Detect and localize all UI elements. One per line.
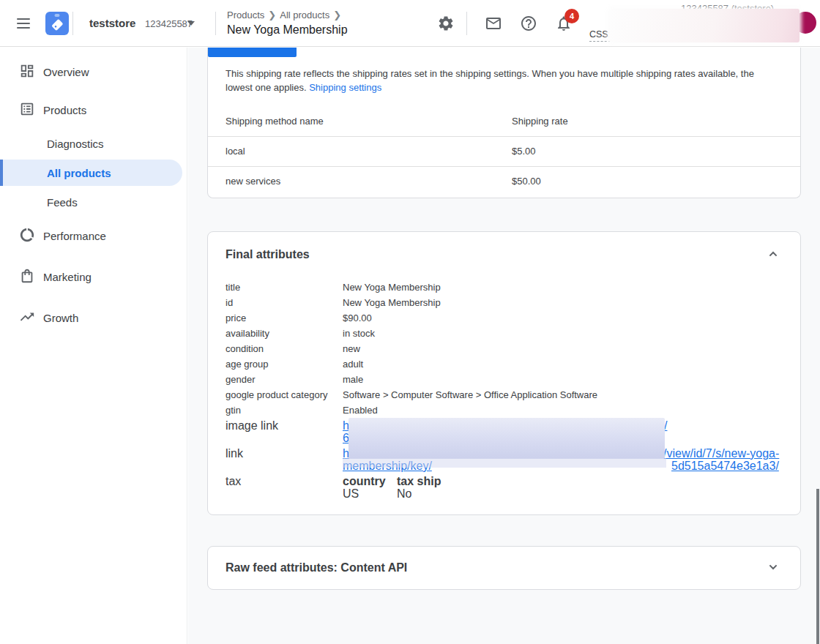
attr-label: gtin: [225, 404, 343, 416]
top-app-bar: teststore 123425587 Products ❯ All produ…: [0, 0, 820, 47]
breadcrumb: Products ❯ All products ❯: [227, 10, 341, 20]
store-name[interactable]: teststore: [89, 17, 135, 29]
sidebar-item-overview[interactable]: Overview: [0, 57, 187, 86]
attr-value: New Yoga Membership: [343, 296, 441, 309]
sidebar-item-label: Overview: [43, 66, 89, 78]
sidebar-item-all-products[interactable]: All products: [0, 160, 182, 186]
list-alt-icon: [19, 101, 37, 119]
attr-label: title: [225, 281, 343, 293]
help-icon[interactable]: [520, 15, 537, 32]
sidebar-item-label: Products: [43, 104, 86, 116]
attr-value: adult: [343, 358, 363, 370]
page-title: New Yoga Membership: [227, 23, 348, 37]
divider: [215, 12, 216, 35]
divider: [466, 12, 467, 35]
shipping-method-cell: local: [208, 136, 494, 166]
breadcrumb-products[interactable]: Products: [227, 10, 264, 20]
attr-value: New Yoga Membership: [343, 281, 441, 293]
chevron-right-icon: ❯: [333, 10, 341, 20]
attr-label: link: [225, 447, 343, 472]
store-switcher-caret-icon[interactable]: [187, 21, 195, 26]
attr-row-image-link: image link h / 6: [225, 419, 783, 444]
sidebar-item-label: Performance: [43, 230, 106, 242]
tax-country-header: country: [343, 475, 397, 487]
attr-value: in stock: [343, 327, 375, 340]
shipping-info-body: This shipping rate reflects the shipping…: [225, 68, 754, 93]
shipping-rates-table: Shipping method name Shipping rate local…: [208, 107, 800, 198]
redaction-blur: [609, 9, 800, 42]
sidebar-item-label: All products: [47, 167, 111, 179]
attr-label: availability: [225, 327, 343, 340]
collapse-chevron-up-icon[interactable]: [764, 245, 783, 264]
shopping-bag-icon: [19, 268, 37, 285]
final-attributes-title: Final attributes: [225, 248, 310, 261]
divider: [72, 12, 73, 35]
attr-row-tax: tax country tax ship US No: [225, 475, 783, 500]
attr-label: tax: [225, 475, 343, 500]
merchant-center-logo: [45, 12, 69, 38]
attr-label: image link: [225, 419, 343, 444]
attr-value: Software > Computer Software > Office Ap…: [343, 389, 597, 401]
mail-icon[interactable]: [485, 15, 502, 32]
product-link-url-line2-tail[interactable]: 5d515a5474e3e1a3/: [671, 460, 779, 472]
data-usage-icon: [19, 227, 37, 244]
expand-chevron-down-icon[interactable]: [764, 558, 783, 577]
attr-row-gtin: gtinEnabled: [225, 404, 783, 416]
attr-label: gender: [225, 373, 343, 386]
vertical-scrollbar[interactable]: [816, 489, 819, 644]
breadcrumb-all-products[interactable]: All products: [280, 10, 329, 20]
attr-row-condition: conditionnew: [225, 342, 783, 355]
sidebar-item-performance[interactable]: Performance: [0, 221, 187, 250]
menu-icon[interactable]: [15, 15, 32, 31]
tax-country-value: US: [343, 487, 397, 500]
sidebar-nav: OverviewProductsDiagnosticsAll productsF…: [0, 48, 187, 644]
redaction-blur: [343, 458, 666, 468]
shipping-settings-link[interactable]: Shipping settings: [309, 82, 381, 93]
attributes-list: titleNew Yoga MembershipidNew Yoga Membe…: [225, 281, 783, 416]
attr-value: new: [343, 342, 360, 355]
shipping-info-text: This shipping rate reflects the shipping…: [208, 57, 786, 94]
edit-button-clipped[interactable]: [208, 48, 297, 57]
attr-label: google product category: [225, 389, 343, 401]
tax-ship-value: No: [397, 487, 411, 500]
sidebar-item-label: Growth: [43, 312, 78, 324]
sidebar-item-marketing[interactable]: Marketing: [0, 262, 187, 291]
final-attributes-card: Final attributes titleNew Yoga Membershi…: [207, 231, 801, 515]
column-header-method: Shipping method name: [208, 107, 494, 136]
chevron-right-icon: ❯: [268, 10, 276, 20]
shipping-method-cell: new services: [208, 166, 494, 196]
attr-label: id: [225, 296, 343, 309]
trending-up-icon: [19, 309, 37, 326]
attr-label: condition: [225, 342, 343, 355]
sidebar-item-growth[interactable]: Growth: [0, 303, 187, 332]
attr-row-gender: gendermale: [225, 373, 783, 386]
settings-gear-icon[interactable]: [437, 15, 455, 32]
attr-value: male: [343, 373, 363, 386]
sidebar-item-diagnostics[interactable]: Diagnostics: [0, 129, 187, 158]
product-link-url-tail[interactable]: /view/id/7/s/new-yoga-: [663, 447, 779, 460]
attr-row-age-group: age groupadult: [225, 358, 783, 370]
column-header-rate: Shipping rate: [494, 107, 800, 136]
shipping-rate-cell: $50.00: [494, 166, 800, 196]
redaction-blur: [348, 418, 665, 459]
tax-ship-header: tax ship: [397, 475, 441, 487]
shipping-card: This shipping rate reflects the shipping…: [207, 48, 801, 198]
sidebar-item-products[interactable]: Products: [0, 95, 187, 124]
attr-row-title: titleNew Yoga Membership: [225, 281, 783, 293]
raw-feed-title: Raw feed attributes: Content API: [225, 561, 407, 574]
dashboard-icon: [19, 63, 37, 80]
attr-label: price: [225, 312, 343, 324]
attr-label: age group: [225, 358, 343, 370]
attr-row-price: price$90.00: [225, 312, 783, 324]
raw-feed-card: Raw feed attributes: Content API: [207, 546, 801, 590]
attr-value: Enabled: [343, 404, 378, 416]
css-label[interactable]: CSS:: [589, 29, 611, 42]
attr-row-availability: availabilityin stock: [225, 327, 783, 340]
attr-value: $90.00: [343, 312, 372, 324]
notification-count-badge[interactable]: 4: [564, 9, 579, 23]
attr-row-google-product-category: google product categorySoftware > Comput…: [225, 389, 783, 401]
sidebar-item-feeds[interactable]: Feeds: [0, 187, 187, 217]
shipping-rate-cell: $5.00: [494, 136, 800, 166]
main-content: This shipping rate reflects the shipping…: [188, 48, 820, 644]
sidebar-item-label: Diagnostics: [47, 138, 104, 150]
